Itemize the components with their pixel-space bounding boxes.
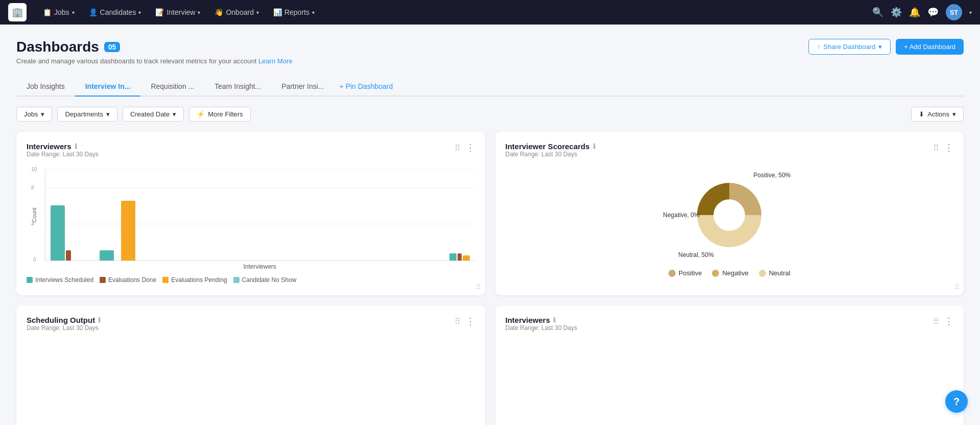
scheduling-drag-handle[interactable]: ⠿ (455, 317, 461, 326)
interviewers-2-card-title: Interviewers ℹ (506, 316, 578, 324)
resize-handle-interviewers[interactable]: ⠿ (476, 283, 481, 291)
candidates-nav-icon: 👤 (89, 8, 98, 16)
filter-icon: ⚡ (197, 110, 205, 118)
nav-item-reports[interactable]: 📊 Reports ▾ (267, 5, 321, 19)
page-title-section: Dashboards 05 Create and manage various … (16, 39, 293, 65)
svg-point-0 (713, 199, 745, 231)
bar-evaluations-pending-3 (463, 255, 470, 261)
nav-items: 📋 Jobs ▾ 👤 Candidates ▾ 📝 Interview ▾ 👋 … (37, 5, 872, 19)
brand-logo[interactable]: 🏢 (8, 3, 27, 21)
pie-legend: Positive Negative Neutral (668, 269, 791, 277)
scheduling-menu-icon[interactable]: ⋮ (466, 316, 475, 327)
tab-partner-insights[interactable]: Partner Insi... (271, 77, 334, 97)
settings-icon[interactable]: ⚙️ (891, 7, 902, 18)
evaluations-pending-color (162, 277, 169, 283)
pie-label-negative: Negative, 0% (663, 211, 699, 219)
interviewers-card: Interviewers ℹ Date Range: Last 30 Days … (16, 132, 485, 295)
more-filters-button[interactable]: ⚡ More Filters (189, 107, 251, 122)
scorecards-info-icon[interactable]: ℹ (593, 143, 595, 150)
pie-label-positive: Positive, 50% (754, 172, 791, 179)
bar-evaluations-done-3 (458, 253, 462, 261)
page-subtitle: Create and manage various dashboards to … (16, 57, 293, 65)
legend-evaluations-done: Evaluations Done (100, 276, 156, 284)
scheduling-output-card: Scheduling Output ℹ Date Range: Last 30 … (16, 305, 485, 425)
onboard-nav-icon: 👋 (214, 8, 223, 16)
reports-chevron-icon: ▾ (312, 10, 315, 15)
share-dashboard-button[interactable]: ↑ Share Dashboard ▾ (808, 39, 891, 55)
scheduling-info-icon[interactable]: ℹ (98, 316, 101, 324)
nav-item-jobs[interactable]: 📋 Jobs ▾ (37, 5, 81, 19)
nav-item-candidates[interactable]: 👤 Candidates ▾ (83, 5, 148, 19)
neutral-color-dot (759, 270, 766, 277)
header-actions: ↑ Share Dashboard ▾ + Add Dashboard (808, 39, 964, 55)
pie-label-neutral: Neutral, 50% (678, 251, 713, 258)
interviewers-card-title: Interviewers ℹ (27, 142, 99, 151)
scheduling-date-range: Date Range: Last 30 Days (27, 324, 101, 332)
share-chevron-icon: ▾ (878, 43, 882, 51)
filter-bar: Jobs ▾ Departments ▾ Created Date ▾ ⚡ Mo… (16, 107, 964, 122)
chart-legend: Interviews Scheduled Evaluations Done Ev… (27, 276, 475, 284)
legend-evaluations-pending: Evaluations Pending (162, 276, 227, 284)
departments-filter[interactable]: Departments ▾ (57, 107, 117, 122)
nav-item-onboard[interactable]: 👋 Onboard ▾ (208, 5, 265, 19)
notifications-icon[interactable]: 🔔 (909, 7, 920, 18)
created-date-chevron-icon: ▾ (173, 110, 176, 118)
help-button[interactable]: ? (945, 390, 968, 413)
interviews-scheduled-color (27, 277, 33, 283)
learn-more-link[interactable]: Learn More (258, 57, 292, 65)
y-tick-4: 4 (31, 221, 34, 227)
search-icon[interactable]: 🔍 (872, 7, 883, 18)
candidates-chevron-icon: ▾ (138, 10, 141, 15)
page-content: Dashboards 05 Create and manage various … (0, 25, 980, 425)
messages-icon[interactable]: 💬 (927, 7, 939, 18)
interviewer-scorecards-card: Interviewer Scorecards ℹ Date Range: Las… (495, 132, 964, 295)
jobs-chevron-icon: ▾ (72, 10, 75, 15)
bar-evaluations-done-1 (66, 250, 71, 261)
pie-chart-svg (694, 179, 765, 251)
page-header: Dashboards 05 Create and manage various … (16, 39, 964, 65)
jobs-nav-icon: 📋 (43, 8, 52, 16)
y-tick-0: 0 (33, 257, 36, 263)
positive-color-dot (668, 270, 676, 277)
bar-interviews-scheduled-3 (449, 253, 457, 261)
interview-chevron-icon: ▾ (198, 10, 200, 15)
tab-requisition[interactable]: Requisition ... (140, 77, 204, 97)
interviewers-2-menu-icon[interactable]: ⋮ (944, 316, 953, 327)
onboard-chevron-icon: ▾ (256, 10, 259, 15)
pie-legend-neutral: Neutral (759, 269, 791, 277)
scorecards-drag-handle[interactable]: ⠿ (933, 143, 939, 153)
interview-nav-icon: 📝 (155, 8, 164, 16)
tab-interview-insights[interactable]: Interview In... (75, 77, 141, 97)
jobs-filter[interactable]: Jobs ▾ (16, 107, 52, 122)
interviewers-menu-icon[interactable]: ⋮ (466, 142, 475, 153)
dashboard-grid: Interviewers ℹ Date Range: Last 30 Days … (16, 132, 964, 425)
interviewers-2-card: Interviewers ℹ Date Range: Last 30 Days … (495, 305, 964, 425)
evaluations-done-color (100, 277, 106, 283)
created-date-filter[interactable]: Created Date ▾ (123, 107, 184, 122)
interviewers-2-date-range: Date Range: Last 30 Days (506, 324, 578, 332)
tab-job-insights[interactable]: Job Insights (16, 77, 75, 97)
interviewers-2-drag-handle[interactable]: ⠿ (933, 317, 939, 326)
y-tick-8: 8 (31, 185, 34, 191)
departments-chevron-icon: ▾ (106, 110, 110, 118)
actions-button[interactable]: ⬇ Actions ▾ (911, 107, 964, 122)
avatar[interactable]: ST (946, 4, 962, 20)
scorecards-date-range: Date Range: Last 30 Days (506, 151, 595, 158)
bar-interviews-scheduled-1 (51, 205, 65, 261)
resize-handle-scorecards[interactable]: ⠿ (954, 283, 960, 291)
interviewers-drag-handle[interactable]: ⠿ (455, 143, 461, 153)
tab-team-insights[interactable]: Team Insight... (204, 77, 271, 97)
nav-right: 🔍 ⚙️ 🔔 💬 ST ▾ (872, 4, 972, 20)
interviewers-2-info-icon[interactable]: ℹ (553, 316, 556, 324)
add-dashboard-button[interactable]: + Add Dashboard (896, 39, 964, 55)
share-icon: ↑ (817, 43, 821, 51)
interviewers-info-icon[interactable]: ℹ (75, 143, 77, 150)
scheduling-card-title: Scheduling Output ℹ (27, 316, 101, 324)
scorecards-menu-icon[interactable]: ⋮ (944, 142, 953, 153)
pin-dashboard-button[interactable]: + Pin Dashboard (340, 82, 393, 90)
scorecards-card-title: Interviewer Scorecards ℹ (506, 142, 595, 151)
candidate-no-show-color (233, 277, 240, 283)
nav-item-interview[interactable]: 📝 Interview ▾ (149, 5, 206, 19)
dashboard-count-badge: 05 (104, 42, 121, 52)
pie-legend-negative: Negative (712, 269, 748, 277)
